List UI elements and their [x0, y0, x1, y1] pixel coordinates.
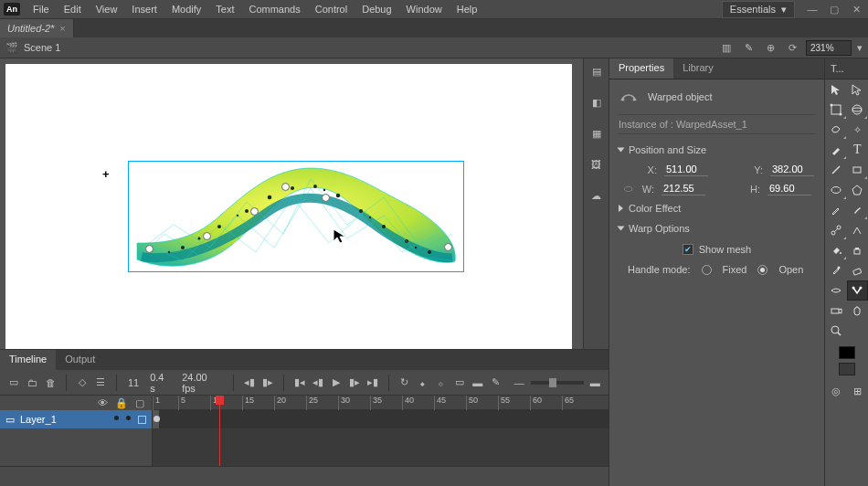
radio-open[interactable]: [757, 265, 767, 275]
chevron-down-icon[interactable]: ▾: [857, 42, 863, 54]
menu-commands[interactable]: Commands: [241, 1, 307, 17]
menu-view[interactable]: View: [89, 1, 125, 17]
menu-help[interactable]: Help: [450, 1, 485, 17]
align-panel-icon[interactable]: ▤: [587, 62, 606, 80]
pencil-tool[interactable]: [825, 200, 847, 220]
paint-brush-tool[interactable]: [847, 200, 869, 220]
camera-tool[interactable]: [825, 301, 847, 321]
keyframe-icon[interactable]: [153, 416, 160, 422]
eraser-tool[interactable]: [847, 260, 869, 280]
rectangle-tool[interactable]: [847, 160, 869, 180]
menu-text[interactable]: Text: [208, 1, 241, 17]
center-stage-icon[interactable]: ⊕: [762, 39, 778, 56]
assets-panel-icon[interactable]: 🖼: [587, 155, 606, 174]
color-panel-icon[interactable]: ◧: [587, 93, 606, 111]
play-button[interactable]: ▶: [328, 375, 344, 391]
menu-file[interactable]: File: [26, 1, 57, 17]
tab-properties[interactable]: Properties: [609, 58, 673, 79]
menu-window[interactable]: Window: [399, 1, 450, 17]
bind-tool[interactable]: [847, 220, 869, 240]
radio-fixed[interactable]: [702, 265, 712, 275]
playhead[interactable]: [219, 396, 220, 466]
ink-bottle-tool[interactable]: [847, 240, 869, 260]
timeline-zoom-slider[interactable]: [531, 381, 584, 385]
stage[interactable]: +: [5, 64, 572, 362]
text-tool[interactable]: T: [847, 140, 869, 160]
warp-handle[interactable]: [322, 194, 330, 202]
auto-keyframe-button[interactable]: ✎: [488, 375, 504, 391]
lasso-tool[interactable]: [825, 120, 847, 140]
maximize-button[interactable]: ▢: [824, 2, 844, 16]
y-value[interactable]: 382.00: [770, 163, 814, 176]
x-value[interactable]: 511.00: [664, 163, 708, 176]
subselection-tool[interactable]: [847, 79, 869, 100]
menu-control[interactable]: Control: [308, 1, 355, 17]
rotate-stage-icon[interactable]: ⟳: [784, 39, 800, 56]
new-layer-button[interactable]: ▭: [5, 375, 22, 391]
section-color-effect[interactable]: Color Effect: [619, 198, 815, 218]
tab-timeline[interactable]: Timeline: [0, 350, 56, 370]
paint-bucket-tool[interactable]: [825, 240, 847, 260]
menu-edit[interactable]: Edit: [57, 1, 89, 17]
fill-swatch[interactable]: [839, 363, 855, 375]
magic-wand-tool[interactable]: ✧: [847, 120, 869, 140]
brush-tool[interactable]: [825, 140, 847, 160]
warp-handle[interactable]: [203, 232, 211, 240]
warp-handle[interactable]: [250, 207, 259, 216]
eyedropper-tool[interactable]: [825, 260, 847, 280]
tool-option-2[interactable]: ⊞: [847, 381, 869, 401]
warp-handle[interactable]: [145, 245, 153, 253]
minimize-button[interactable]: —: [802, 2, 822, 16]
scene-name[interactable]: Scene 1: [24, 42, 60, 53]
visibility-header-icon[interactable]: 👁: [98, 397, 108, 408]
clip-content-icon[interactable]: ▥: [718, 39, 735, 56]
oval-tool[interactable]: [825, 180, 847, 200]
lock-dot[interactable]: [126, 416, 131, 420]
timeline-zoom-in-button[interactable]: ▬: [587, 375, 603, 391]
section-position-size[interactable]: Position and Size: [619, 140, 815, 160]
outline-swatch[interactable]: [138, 416, 146, 424]
prev-keyframe-button[interactable]: ◂▮: [241, 375, 258, 391]
h-value[interactable]: 69.60: [767, 182, 811, 195]
new-folder-button[interactable]: 🗀: [24, 375, 40, 391]
visibility-dot[interactable]: [114, 416, 119, 420]
polystar-tool[interactable]: [847, 180, 869, 200]
step-back-button[interactable]: ◂▮: [310, 375, 326, 391]
step-forward-button[interactable]: ▮▸: [346, 375, 363, 391]
show-mesh-checkbox[interactable]: ✔ Show mesh: [619, 238, 815, 260]
free-transform-tool[interactable]: [825, 100, 847, 120]
lock-header-icon[interactable]: 🔒: [115, 397, 128, 409]
tool-option-1[interactable]: ◎: [825, 381, 847, 401]
warped-object-art[interactable]: [128, 161, 464, 289]
fps-display[interactable]: 24.00 fps: [178, 372, 226, 394]
insert-frame-button[interactable]: ▭: [451, 375, 468, 391]
layer-name[interactable]: Layer_1: [20, 414, 57, 425]
3d-rotate-tool[interactable]: [847, 100, 869, 120]
first-frame-button[interactable]: ▮◂: [291, 375, 308, 391]
w-value[interactable]: 212.55: [662, 182, 705, 195]
workspace-selector[interactable]: Essentials ▾: [722, 1, 795, 18]
libraries-panel-icon[interactable]: ☁: [587, 186, 606, 205]
document-tab[interactable]: Untitled-2* ×: [0, 19, 74, 37]
bone-tool[interactable]: [825, 220, 847, 240]
stroke-swatch[interactable]: [839, 346, 855, 359]
menu-debug[interactable]: Debug: [355, 1, 398, 17]
zoom-tool[interactable]: [825, 321, 847, 341]
line-tool[interactable]: [825, 160, 847, 180]
insert-blank-keyframe-button[interactable]: ⬦: [433, 375, 450, 391]
insert-keyframe-button[interactable]: ⬥: [415, 375, 431, 391]
warp-handle[interactable]: [444, 243, 452, 251]
section-warp-options[interactable]: Warp Options: [619, 218, 815, 238]
edit-scene-icon[interactable]: ✎: [740, 39, 757, 56]
timeline-zoom-out-button[interactable]: —: [512, 375, 527, 391]
menu-modify[interactable]: Modify: [164, 1, 208, 17]
remove-frame-button[interactable]: ▬: [470, 375, 486, 391]
hand-tool[interactable]: [847, 301, 869, 321]
frames-area[interactable]: 1 5 10 15 20 25 30 35 40 45 50 55 60 65 …: [153, 396, 609, 466]
width-tool[interactable]: [825, 280, 847, 301]
link-wh-icon[interactable]: ⬭: [624, 183, 632, 195]
asset-warp-tool[interactable]: [847, 280, 869, 301]
next-keyframe-button[interactable]: ▮▸: [259, 375, 276, 391]
loop-button[interactable]: ↻: [397, 375, 413, 391]
tab-library[interactable]: Library: [673, 58, 723, 79]
